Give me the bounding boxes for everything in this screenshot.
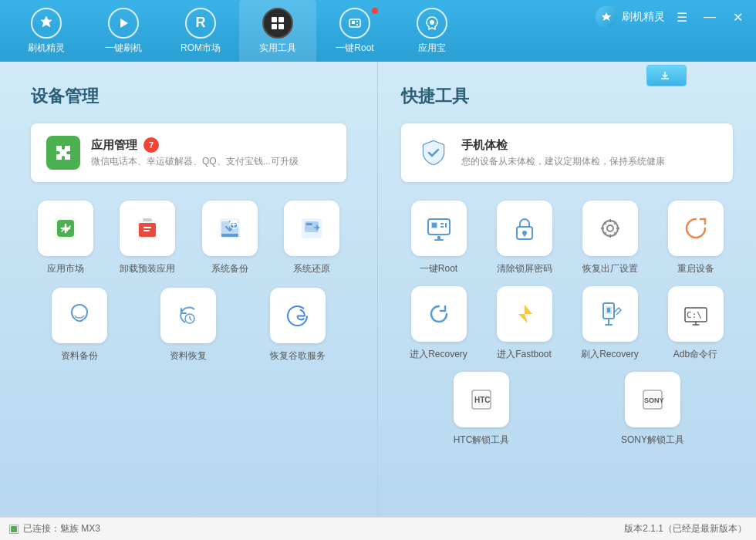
quick-flash-recovery[interactable]: 刷入Recovery	[572, 286, 647, 361]
sony-icon-box: SONY	[625, 372, 680, 427]
statusbar: 已连接：魅族 MX3 版本2.1.1（已经是最新版本）	[0, 517, 756, 540]
root-label: 一键Root	[420, 262, 457, 275]
phone-check-text: 手机体检 您的设备从未体检，建议定期体检，保持系统健康	[461, 138, 665, 168]
google-icon-box	[270, 288, 326, 343]
nav-item-应用宝[interactable]: 应用宝	[393, 0, 471, 62]
appstore-label: 应用市场	[47, 262, 84, 275]
connection-dot	[9, 525, 19, 534]
quick-recovery[interactable]: 进入Recovery	[401, 286, 476, 361]
version-info: 版本2.1.1（已经是最新版本）	[624, 522, 747, 535]
menu-button[interactable]: ☰	[671, 6, 693, 28]
connection-status: 已连接：魅族 MX3	[23, 522, 100, 535]
app-mgmt-label: 应用管理	[91, 138, 137, 153]
connection-indicator	[11, 526, 17, 532]
phone-check-label: 手机体检	[461, 138, 665, 153]
reboot-icon-box	[668, 201, 724, 256]
quick-reboot[interactable]: 重启设备	[658, 201, 733, 275]
quick-tools-title: 快捷工具	[401, 85, 733, 108]
tool-sysbackup[interactable]: 系统备份	[195, 201, 265, 275]
nav-label-一键刷机: 一键刷机	[105, 42, 142, 55]
htc-label: HTC解锁工具	[454, 434, 510, 447]
nav-icon-一键Root	[339, 8, 370, 39]
phone-check-card[interactable]: 手机体检 您的设备从未体检，建议定期体检，保持系统健康	[401, 123, 733, 182]
nav-icon-实用工具	[262, 8, 293, 39]
download-button[interactable]	[646, 65, 687, 86]
quick-factory[interactable]: 恢复出厂设置	[572, 201, 647, 275]
nav-item-刷机精灵[interactable]: 刷机精灵	[8, 0, 85, 62]
tool-databackup[interactable]: 资料备份	[31, 288, 128, 363]
nav-icon-ROM市场: R	[185, 8, 216, 39]
nav-item-ROM市场[interactable]: R ROM市场	[162, 0, 239, 62]
quick-lock[interactable]: 清除锁屏密码	[487, 201, 562, 275]
quick-adb[interactable]: C:\ Adb命令行	[658, 286, 733, 361]
nav-icon-应用宝	[417, 8, 447, 39]
datarestore-label: 资料恢复	[170, 349, 207, 363]
tool-uninstall[interactable]: 卸载预装应用	[113, 201, 182, 275]
nav-label-一键Root: 一键Root	[336, 42, 373, 55]
left-panel: 设备管理 应用管理 7 微信电话本、幸运破解器、QQ、支付宝钱...可升级	[0, 62, 378, 517]
phone-check-subtitle: 您的设备从未体检，建议定期体检，保持系统健康	[461, 155, 665, 168]
brand-icon	[596, 6, 617, 28]
uninstall-icon-box	[120, 201, 175, 256]
nav-icon-一键刷机	[108, 8, 139, 39]
lock-label: 清除锁屏密码	[497, 262, 552, 275]
puzzle-icon	[46, 136, 80, 170]
tool-datarestore[interactable]: 资料恢复	[140, 288, 238, 363]
status-left: 已连接：魅族 MX3	[9, 522, 100, 535]
nav-label-实用工具: 实用工具	[259, 42, 296, 55]
databackup-icon-box	[52, 288, 107, 343]
svg-rect-33	[524, 233, 525, 237]
sysbackup-label: 系统备份	[211, 262, 248, 275]
svg-marker-0	[120, 19, 128, 28]
tools-grid-row2: 资料备份 资料恢复	[31, 288, 346, 363]
device-mgmt-title: 设备管理	[31, 85, 346, 108]
nav-item-实用工具[interactable]: 实用工具	[239, 0, 316, 62]
app-mgmt-card[interactable]: 应用管理 7 微信电话本、幸运破解器、QQ、支付宝钱...可升级	[31, 123, 346, 182]
lock-icon-box	[497, 201, 552, 256]
nav-item-一键Root[interactable]: 一键Root	[316, 0, 393, 62]
svg-rect-13	[143, 218, 152, 221]
fastboot-label: 进入Fastboot	[497, 348, 552, 361]
svg-marker-36	[518, 305, 532, 323]
recovery-icon-box	[411, 286, 467, 342]
close-button[interactable]: ✕	[727, 6, 748, 28]
svg-rect-27	[440, 226, 444, 228]
nav-label-ROM市场: ROM市场	[181, 42, 221, 55]
app-mgmt-subtitle: 微信电话本、幸运破解器、QQ、支付宝钱...可升级	[91, 155, 299, 168]
svg-rect-4	[278, 24, 284, 29]
main-content: 设备管理 应用管理 7 微信电话本、幸运破解器、QQ、支付宝钱...可升级	[0, 62, 756, 517]
svg-text:HTC: HTC	[474, 396, 491, 404]
svg-rect-8	[356, 24, 358, 25]
quick-fastboot[interactable]: 进入Fastboot	[487, 286, 562, 361]
nav-item-一键刷机[interactable]: 一键刷机	[85, 0, 162, 62]
databackup-label: 资料备份	[61, 349, 98, 363]
quick-tools-row3: HTC HTC解锁工具 SONY SONY解锁工具	[401, 372, 733, 447]
appstore-icon-box	[38, 201, 93, 256]
svg-rect-25	[432, 223, 437, 228]
svg-rect-21	[306, 223, 312, 225]
reboot-label: 重启设备	[677, 262, 714, 275]
brand-area: 刷机精灵	[596, 6, 665, 28]
google-label: 恢复谷歌服务	[270, 349, 326, 363]
quick-tools-row1: 一键Root 清除锁屏密码	[401, 201, 733, 275]
tool-sysrestore[interactable]: 系统还原	[277, 201, 346, 275]
htc-icon-box: HTC	[454, 372, 509, 427]
svg-point-35	[607, 225, 613, 231]
sysrestore-label: 系统还原	[293, 262, 330, 275]
quick-htc[interactable]: HTC HTC解锁工具	[401, 372, 562, 447]
root-icon-box	[411, 201, 467, 256]
app-mgmt-badge: 7	[143, 137, 159, 153]
tool-google[interactable]: 恢复谷歌服务	[249, 288, 346, 363]
quick-root[interactable]: 一键Root	[401, 201, 476, 275]
header-right: 刷机精灵 ☰ — ✕	[596, 6, 748, 28]
tool-appstore[interactable]: 应用市场	[31, 201, 100, 275]
sysbackup-icon-box	[202, 201, 258, 256]
datarestore-icon-box	[160, 288, 216, 343]
app-mgmt-text: 应用管理 7 微信电话本、幸运破解器、QQ、支付宝钱...可升级	[91, 137, 299, 168]
svg-rect-3	[272, 24, 277, 29]
quick-sony[interactable]: SONY SONY解锁工具	[572, 372, 733, 447]
minimize-button[interactable]: —	[699, 6, 721, 28]
nav-label-应用宝: 应用宝	[418, 42, 446, 55]
nav-icon-刷机精灵	[31, 8, 62, 39]
svg-rect-30	[434, 239, 444, 241]
